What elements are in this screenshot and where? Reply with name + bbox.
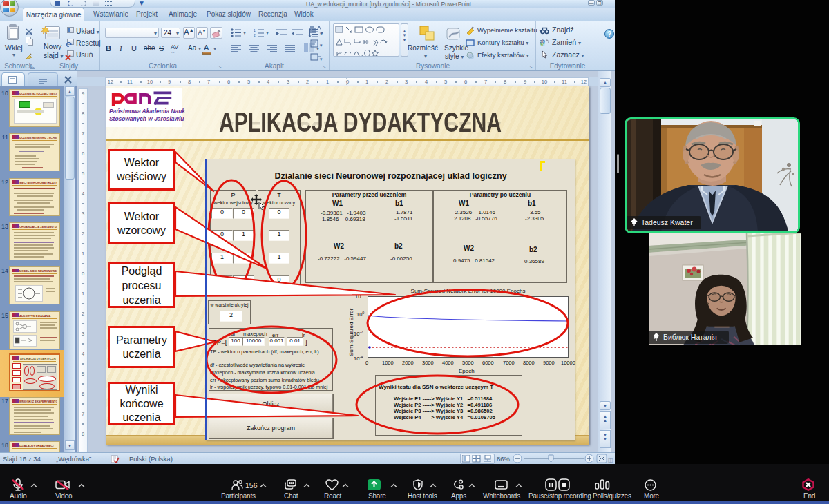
- svg-text:4: 4: [82, 351, 84, 357]
- svg-text:1: 1: [254, 28, 256, 32]
- svg-text:▾: ▾: [320, 57, 323, 61]
- svg-text:6: 6: [464, 79, 467, 85]
- svg-text:8: 8: [82, 110, 84, 117]
- svg-text:12: 12: [581, 79, 587, 85]
- svg-text:9: 9: [524, 79, 526, 85]
- svg-text:8: 8: [504, 79, 506, 85]
- svg-text:▾: ▾: [320, 43, 323, 48]
- svg-text:2: 2: [306, 79, 309, 85]
- svg-text:6: 6: [82, 391, 84, 397]
- svg-text:5: 5: [444, 79, 447, 85]
- svg-text:0: 0: [82, 271, 84, 277]
- svg-text:5: 5: [247, 79, 250, 85]
- svg-text:7: 7: [82, 411, 84, 417]
- svg-text:11: 11: [127, 79, 133, 85]
- svg-text:4: 4: [267, 79, 269, 85]
- svg-text:5: 5: [82, 171, 84, 177]
- svg-text:11: 11: [562, 79, 567, 85]
- svg-text:2: 2: [82, 231, 84, 237]
- svg-text:4: 4: [425, 79, 428, 85]
- svg-text:7: 7: [82, 130, 84, 137]
- svg-text:3: 3: [287, 79, 289, 85]
- svg-text:8: 8: [82, 431, 84, 437]
- svg-text:3: 3: [405, 79, 408, 85]
- svg-text:3: 3: [82, 211, 84, 217]
- svg-text:▾: ▾: [320, 31, 323, 36]
- svg-text:5: 5: [82, 371, 84, 377]
- svg-text:2: 2: [385, 79, 388, 85]
- svg-text:9: 9: [82, 90, 84, 97]
- svg-text:6: 6: [82, 151, 84, 157]
- svg-text:3: 3: [82, 331, 84, 337]
- svg-text:9: 9: [168, 79, 171, 85]
- svg-text:ac: ac: [540, 42, 545, 46]
- svg-text:8: 8: [188, 79, 191, 85]
- svg-text:12: 12: [108, 79, 113, 85]
- svg-text:2: 2: [82, 311, 84, 317]
- svg-text:1: 1: [326, 79, 329, 85]
- svg-text:2: 2: [254, 33, 256, 37]
- svg-text:1: 1: [82, 291, 84, 297]
- svg-text:7: 7: [207, 79, 210, 85]
- svg-text:1: 1: [82, 251, 84, 257]
- svg-text:10: 10: [147, 79, 153, 85]
- svg-text:4: 4: [82, 191, 84, 197]
- svg-text:7: 7: [484, 79, 487, 85]
- svg-text:6: 6: [227, 79, 230, 85]
- svg-text:10: 10: [542, 79, 547, 85]
- svg-text:1: 1: [365, 79, 368, 85]
